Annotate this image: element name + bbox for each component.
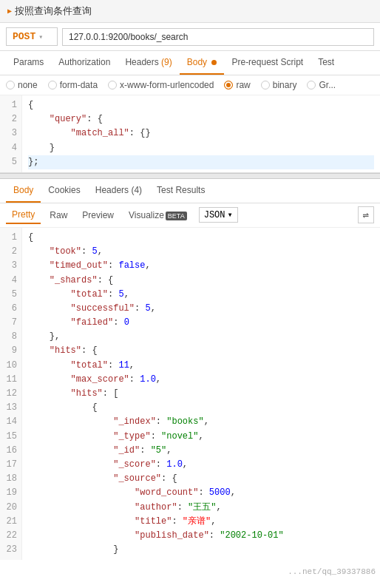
code-line-3: "match_all": {} <box>28 126 374 141</box>
radio-raw[interactable]: raw <box>224 80 250 90</box>
radio-label-binary: binary <box>273 80 297 90</box>
radio-label-urlencoded: x-www-form-urlencoded <box>120 80 214 90</box>
dropdown-arrow-icon: ▾ <box>38 33 43 41</box>
resp-line-8: }, <box>28 330 374 344</box>
tab-pre-request[interactable]: Pre-request Script <box>224 51 311 75</box>
response-tab-headers[interactable]: Headers (4) <box>88 179 149 203</box>
radio-label-none: none <box>18 80 38 90</box>
code-line-1: { <box>28 98 374 112</box>
response-tab-cookies[interactable]: Cookies <box>41 179 87 203</box>
beta-badge: BETA <box>166 212 187 220</box>
request-line-numbers: 1 2 3 4 5 <box>0 95 22 172</box>
line-num: 20 <box>4 501 17 515</box>
resp-line-18: "_source": { <box>28 472 374 486</box>
tab-params[interactable]: Params <box>6 51 51 75</box>
section-divider <box>0 173 380 179</box>
tab-test[interactable]: Test <box>311 51 342 75</box>
resp-line-10: "total": 11, <box>28 359 374 373</box>
resp-line-23: } <box>28 543 374 557</box>
resp-line-6: "successful": 5, <box>28 302 374 316</box>
line-num: 2 <box>4 245 17 259</box>
collapse-arrow-icon[interactable]: ▶ <box>7 7 12 16</box>
radio-circle-graphql <box>307 81 316 89</box>
line-num: 3 <box>4 259 17 273</box>
response-tabs: Body Cookies Headers (4) Test Results <box>0 179 380 203</box>
line-num: 3 <box>4 126 17 141</box>
line-num: 17 <box>4 458 17 472</box>
resp-line-19: "word_count": 5000, <box>28 486 374 500</box>
radio-urlencoded[interactable]: x-www-form-urlencoded <box>108 80 214 90</box>
top-bar-title: 按照查询条件查询 <box>15 4 92 18</box>
format-tab-pretty[interactable]: Pretty <box>6 206 41 224</box>
resp-line-16: "_id": "5", <box>28 444 374 458</box>
url-bar: POST ▾ <box>0 23 380 51</box>
radio-graphql[interactable]: Gr... <box>307 80 336 90</box>
line-num: 7 <box>4 316 17 330</box>
radio-binary[interactable]: binary <box>261 80 297 90</box>
wrap-toggle-button[interactable]: ⇌ <box>358 206 374 223</box>
code-line-2: "query": { <box>28 112 374 126</box>
radio-label-form-data: form-data <box>60 80 98 90</box>
line-num: 14 <box>4 415 17 429</box>
url-input[interactable] <box>62 28 374 46</box>
resp-line-12: "hits": [ <box>28 387 374 401</box>
line-num: 13 <box>4 401 17 415</box>
line-num: 18 <box>4 472 17 486</box>
tab-authorization[interactable]: Authorization <box>51 51 118 75</box>
response-code-area: 1 2 3 4 5 6 7 8 9 10 11 12 13 14 15 16 1… <box>0 228 380 567</box>
resp-line-7: "failed": 0 <box>28 316 374 330</box>
line-num: 10 <box>4 359 17 373</box>
resp-line-2: "took": 5, <box>28 245 374 259</box>
line-num: 21 <box>4 515 17 529</box>
line-num: 1 <box>4 231 17 245</box>
line-num: 8 <box>4 330 17 344</box>
resp-line-21: "title": "亲谱", <box>28 515 374 529</box>
code-line-5: }; <box>28 155 374 169</box>
response-line-numbers: 1 2 3 4 5 6 7 8 9 10 11 12 13 14 15 16 1… <box>0 228 22 560</box>
tab-body[interactable]: Body <box>180 51 225 75</box>
format-select-value: JSON <box>204 210 225 220</box>
line-num: 12 <box>4 387 17 401</box>
line-num: 16 <box>4 444 17 458</box>
top-bar: ▶ 按照查询条件查询 <box>0 0 380 23</box>
radio-label-graphql: Gr... <box>319 80 336 90</box>
line-num: 4 <box>4 274 17 288</box>
nav-tabs: Params Authorization Headers (9) Body Pr… <box>0 51 380 75</box>
line-num: 9 <box>4 344 17 358</box>
format-select[interactable]: JSON ▾ <box>199 207 238 223</box>
radio-circle-none <box>6 81 15 89</box>
format-tab-raw[interactable]: Raw <box>44 207 73 223</box>
line-num: 15 <box>4 430 17 444</box>
radio-form-data[interactable]: form-data <box>48 80 98 90</box>
request-code-content[interactable]: { "query": { "match_all": {} } }; <box>22 95 380 172</box>
request-code-editor: 1 2 3 4 5 { "query": { "match_all": {} }… <box>0 95 380 173</box>
resp-line-17: "_score": 1.0, <box>28 458 374 472</box>
watermark: ...net/qq_39337886 <box>0 567 380 579</box>
resp-line-4: "_shards": { <box>28 274 374 288</box>
format-bar: Pretty Raw Preview VisualizeBETA JSON ▾ … <box>0 203 380 228</box>
radio-label-raw: raw <box>236 80 250 90</box>
line-num: 22 <box>4 529 17 543</box>
response-code-content: { "took": 5, "timed_out": false, "_shard… <box>22 228 380 560</box>
line-num: 11 <box>4 373 17 387</box>
resp-line-14: "_index": "books", <box>28 415 374 429</box>
format-select-arrow-icon: ▾ <box>228 209 233 220</box>
radio-circle-form-data <box>48 81 57 89</box>
radio-circle-urlencoded <box>108 81 117 89</box>
line-num: 2 <box>4 112 17 126</box>
tab-headers[interactable]: Headers (9) <box>118 51 179 75</box>
resp-line-22: "publish_date": "2002-10-01" <box>28 529 374 543</box>
response-tab-test-results[interactable]: Test Results <box>149 179 212 203</box>
resp-line-9: "hits": { <box>28 344 374 358</box>
resp-line-20: "author": "王五", <box>28 501 374 515</box>
resp-line-5: "total": 5, <box>28 288 374 302</box>
response-tab-body[interactable]: Body <box>6 179 41 203</box>
radio-none[interactable]: none <box>6 80 38 90</box>
format-tab-visualize[interactable]: VisualizeBETA <box>123 207 193 223</box>
radio-circle-raw <box>224 81 233 89</box>
line-num: 5 <box>4 155 17 169</box>
line-num: 6 <box>4 302 17 316</box>
format-tab-preview[interactable]: Preview <box>76 207 120 223</box>
method-select[interactable]: POST ▾ <box>6 27 58 46</box>
line-num: 1 <box>4 98 17 112</box>
